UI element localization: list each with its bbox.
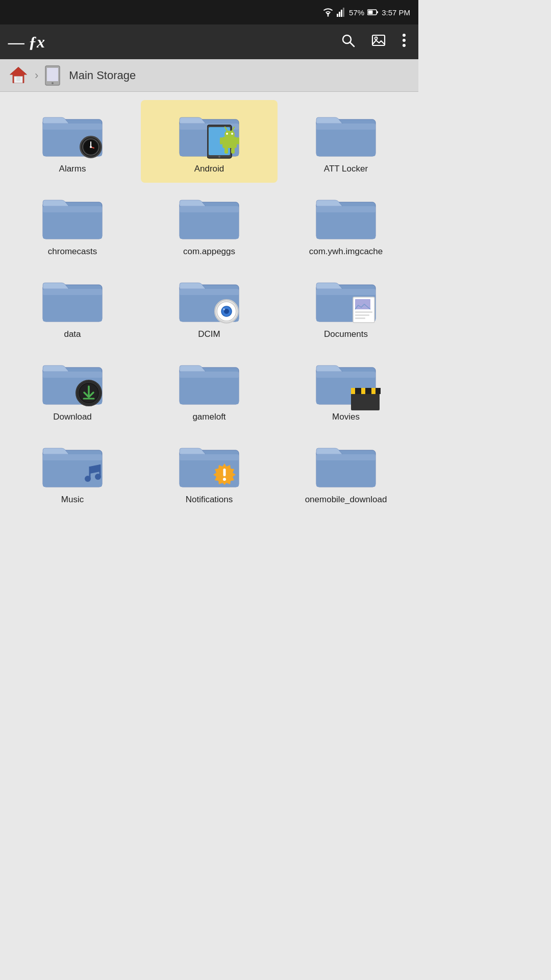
svg-point-13 — [403, 39, 406, 42]
svg-rect-1 — [337, 14, 338, 17]
breadcrumb: › Main Storage — [0, 59, 418, 92]
home-button[interactable] — [8, 64, 29, 87]
folder-item-att-locker[interactable]: ATT Locker — [278, 100, 414, 183]
svg-point-29 — [90, 146, 92, 148]
svg-point-12 — [403, 34, 406, 37]
svg-rect-18 — [16, 76, 20, 81]
folder-item-notifications[interactable]: Notifications — [141, 431, 278, 513]
svg-rect-87 — [316, 372, 375, 378]
svg-rect-3 — [341, 10, 342, 17]
folder-label: Documents — [324, 329, 368, 340]
svg-rect-95 — [377, 388, 381, 394]
svg-rect-92 — [361, 388, 365, 394]
svg-rect-45 — [231, 148, 235, 154]
folder-label: Movies — [332, 411, 360, 423]
svg-point-0 — [328, 15, 329, 17]
svg-point-67 — [223, 308, 225, 310]
folder-label: Download — [53, 411, 92, 423]
svg-rect-54 — [180, 206, 239, 212]
folder-item-onemobile_download[interactable]: onemobile_download — [278, 431, 414, 513]
svg-rect-63 — [180, 289, 239, 295]
svg-line-41 — [232, 127, 234, 131]
svg-point-21 — [52, 82, 54, 84]
device-icon — [44, 65, 61, 86]
folder-item-android[interactable]: Android — [141, 100, 278, 183]
svg-rect-42 — [220, 137, 222, 144]
svg-rect-60 — [43, 289, 102, 295]
folder-item-data[interactable]: data — [4, 265, 141, 348]
folder-label: Android — [194, 163, 224, 175]
folder-item-com.ywh.imgcache[interactable]: com.ywh.imgcache — [278, 183, 414, 265]
folder-item-chromecasts[interactable]: chromecasts — [4, 183, 141, 265]
svg-rect-105 — [180, 454, 239, 460]
svg-rect-20 — [47, 68, 58, 81]
svg-point-14 — [403, 44, 406, 47]
svg-point-35 — [218, 156, 220, 158]
folder-label: ATT Locker — [324, 163, 368, 175]
battery-icon — [367, 9, 379, 16]
svg-rect-111 — [316, 454, 375, 460]
app-logo: — ƒx — [8, 33, 329, 52]
folder-label: com.appeggs — [183, 246, 235, 257]
svg-rect-37 — [224, 131, 235, 138]
signal-icon — [337, 8, 346, 17]
image-button[interactable] — [367, 29, 390, 55]
svg-rect-51 — [43, 206, 102, 212]
folder-item-dcim[interactable]: DCIM — [141, 265, 278, 348]
folder-label: DCIM — [198, 329, 220, 340]
svg-line-9 — [350, 42, 354, 46]
svg-rect-90 — [351, 388, 355, 394]
breadcrumb-label: Main Storage — [69, 69, 136, 82]
file-grid: Alarms — [0, 92, 418, 522]
folder-label: data — [64, 329, 81, 340]
svg-rect-74 — [355, 314, 369, 316]
svg-rect-10 — [372, 35, 385, 45]
svg-rect-24 — [43, 124, 102, 130]
folder-item-music[interactable]: Music — [4, 431, 141, 513]
folder-item-gameloft[interactable]: gameloft — [141, 348, 278, 431]
svg-rect-48 — [316, 124, 375, 130]
svg-rect-70 — [316, 289, 375, 295]
svg-rect-57 — [316, 206, 375, 212]
svg-rect-75 — [355, 317, 365, 319]
status-bar: 57% 3:57 PM — [0, 0, 418, 24]
svg-rect-44 — [224, 148, 228, 154]
wifi-icon — [322, 8, 334, 17]
breadcrumb-chevron: › — [35, 69, 38, 82]
folder-item-movies[interactable]: Movies — [278, 348, 414, 431]
svg-rect-91 — [356, 388, 360, 394]
svg-rect-4 — [343, 8, 344, 17]
folder-label: com.ywh.imgcache — [309, 246, 383, 257]
time: 3:57 PM — [382, 8, 410, 17]
folder-item-download[interactable]: Download — [4, 348, 141, 431]
svg-rect-78 — [43, 372, 102, 378]
battery-percentage: 57% — [349, 8, 364, 17]
svg-point-38 — [226, 133, 228, 135]
svg-rect-36 — [222, 137, 237, 148]
folder-label: Notifications — [186, 494, 233, 505]
folder-label: gameloft — [192, 411, 226, 423]
folder-item-alarms[interactable]: Alarms — [4, 100, 141, 183]
svg-rect-73 — [355, 311, 372, 313]
svg-point-39 — [231, 133, 233, 135]
search-button[interactable] — [337, 29, 359, 55]
folder-label: Music — [61, 494, 84, 505]
folder-label: onemobile_download — [305, 494, 387, 505]
folder-item-com.appeggs[interactable]: com.appeggs — [141, 183, 278, 265]
folder-label: chromecasts — [48, 246, 97, 257]
folder-item-documents[interactable]: Documents — [278, 265, 414, 348]
svg-rect-88 — [351, 392, 380, 410]
more-options-button[interactable] — [398, 30, 410, 55]
svg-point-108 — [223, 478, 226, 481]
svg-rect-107 — [223, 469, 226, 476]
svg-rect-43 — [237, 137, 239, 144]
toolbar: — ƒx — [0, 24, 418, 59]
svg-rect-2 — [339, 12, 340, 17]
svg-rect-94 — [371, 388, 375, 394]
svg-rect-84 — [180, 372, 239, 378]
svg-rect-98 — [43, 454, 102, 460]
svg-rect-6 — [377, 11, 379, 13]
svg-point-11 — [375, 37, 378, 39]
svg-rect-93 — [366, 388, 370, 394]
folder-label: Alarms — [59, 163, 86, 175]
